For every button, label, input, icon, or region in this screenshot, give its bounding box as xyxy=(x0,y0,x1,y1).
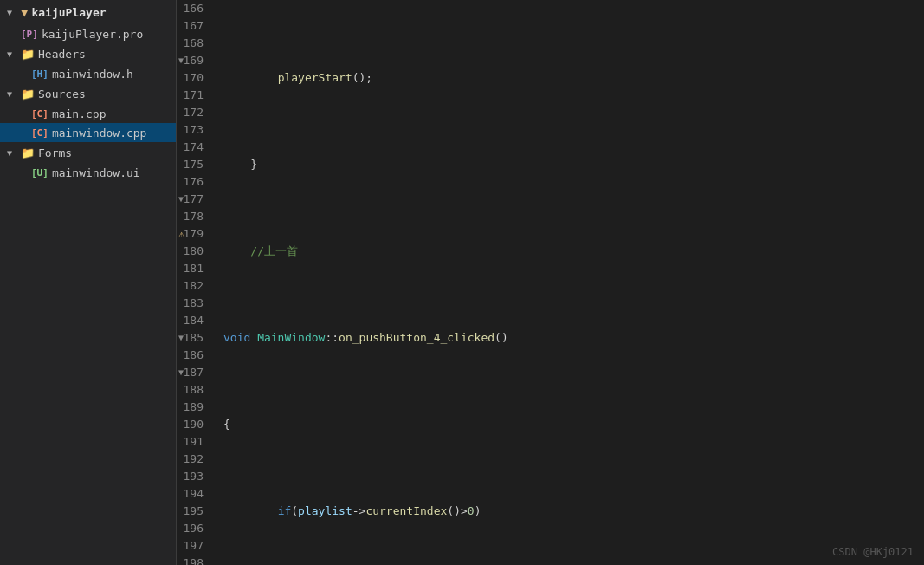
ln-196: 196 xyxy=(177,520,209,537)
ln-186: 186 xyxy=(177,347,209,364)
ln-185: ▼185 xyxy=(177,329,209,347)
ln-169: ▼169 xyxy=(177,52,209,69)
code-line-169: void MainWindow::on_pushButton_4_clicked… xyxy=(223,329,924,347)
ln-192: 192 xyxy=(177,451,209,468)
sidebar-item-pro-label: kaijuPlayer.pro xyxy=(42,28,143,41)
ln-171: 171 xyxy=(177,87,209,104)
project-label: kaijuPlayer xyxy=(31,6,106,19)
sidebar-item-mainwindow-cpp-label: mainwindow.cpp xyxy=(52,127,147,140)
ln-183: 183 xyxy=(177,295,209,312)
sidebar-item-mainwindow-cpp[interactable]: [C] mainwindow.cpp xyxy=(0,123,176,142)
ln-170: 170 xyxy=(177,69,209,87)
ln-188: 188 xyxy=(177,381,209,399)
ln-193: 193 xyxy=(177,468,209,485)
sidebar-section-forms[interactable]: 📁 Forms xyxy=(0,142,176,163)
code-line-167: } xyxy=(223,156,924,173)
ln-166: 166 xyxy=(177,0,209,17)
sidebar-item-main-cpp-label: main.cpp xyxy=(52,107,107,120)
ln-167: 167 xyxy=(177,17,209,35)
cpp-file-icon-mainwindow: [C] xyxy=(31,127,48,139)
sources-collapse-arrow xyxy=(7,89,17,99)
ln-189: 189 xyxy=(177,399,209,416)
code-content[interactable]: playerStart(); } //上一首 void MainWindow::… xyxy=(216,0,924,565)
sidebar-item-mainwindow-h[interactable]: [H] mainwindow.h xyxy=(0,64,176,83)
sidebar-item-mainwindow-h-label: mainwindow.h xyxy=(52,68,133,81)
ln-168: 168 xyxy=(177,35,209,52)
ln-184: 184 xyxy=(177,312,209,329)
ln-179: ⚠179 xyxy=(177,225,209,243)
forms-collapse-arrow xyxy=(7,148,17,158)
ln-173: 173 xyxy=(177,121,209,139)
ln-180: 180 xyxy=(177,243,209,260)
line-numbers: 166 167 168 ▼169 170 171 172 173 174 175… xyxy=(177,0,216,565)
ln-172: 172 xyxy=(177,104,209,121)
headers-collapse-arrow xyxy=(7,49,17,59)
watermark: CSDN @HKj0121 xyxy=(832,546,914,558)
sidebar-section-sources[interactable]: 📁 Sources xyxy=(0,83,176,104)
sidebar-section-sources-label: Sources xyxy=(38,88,86,101)
ln-187: ▼187 xyxy=(177,364,209,381)
sources-folder-icon: 📁 xyxy=(21,88,35,101)
ui-file-icon: [U] xyxy=(31,167,48,179)
sidebar-item-main-cpp[interactable]: [C] main.cpp xyxy=(0,104,176,123)
ln-176: 176 xyxy=(177,173,209,191)
sidebar-section-headers-label: Headers xyxy=(38,48,86,61)
pro-file-icon: [P] xyxy=(21,29,38,40)
ln-197: 197 xyxy=(177,537,209,555)
cpp-file-icon-main: [C] xyxy=(31,108,48,120)
h-file-icon: [H] xyxy=(31,68,48,80)
ln-191: 191 xyxy=(177,433,209,451)
ln-181: 181 xyxy=(177,260,209,277)
sidebar: ▼ kaijuPlayer [P] kaijuPlayer.pro 📁 Head… xyxy=(0,0,177,565)
ln-198: 198 xyxy=(177,555,209,565)
headers-folder-icon: 📁 xyxy=(21,48,35,61)
code-editor[interactable]: 166 167 168 ▼169 170 171 172 173 174 175… xyxy=(177,0,924,565)
sidebar-item-pro[interactable]: [P] kaijuPlayer.pro xyxy=(0,24,176,43)
ln-175: 175 xyxy=(177,156,209,173)
sidebar-item-mainwindow-ui-label: mainwindow.ui xyxy=(52,166,140,179)
sidebar-project[interactable]: ▼ kaijuPlayer xyxy=(0,0,176,24)
ln-190: 190 xyxy=(177,416,209,433)
sidebar-item-mainwindow-ui[interactable]: [U] mainwindow.ui xyxy=(0,163,176,182)
ln-178: 178 xyxy=(177,208,209,225)
code-line-171: if(playlist->currentIndex()>0) xyxy=(223,503,924,520)
code-line-168: //上一首 xyxy=(223,243,924,260)
code-line-170: { xyxy=(223,416,924,433)
ln-174: 174 xyxy=(177,139,209,156)
project-collapse-arrow xyxy=(7,8,17,17)
sidebar-section-headers[interactable]: 📁 Headers xyxy=(0,43,176,64)
ln-182: 182 xyxy=(177,277,209,295)
ln-195: 195 xyxy=(177,503,209,520)
forms-folder-icon: 📁 xyxy=(21,146,35,159)
ln-177: ▼177 xyxy=(177,191,209,208)
code-line-166: playerStart(); xyxy=(223,69,924,87)
sidebar-section-forms-label: Forms xyxy=(38,146,72,159)
ln-194: 194 xyxy=(177,485,209,503)
project-folder-icon: ▼ xyxy=(21,5,28,19)
